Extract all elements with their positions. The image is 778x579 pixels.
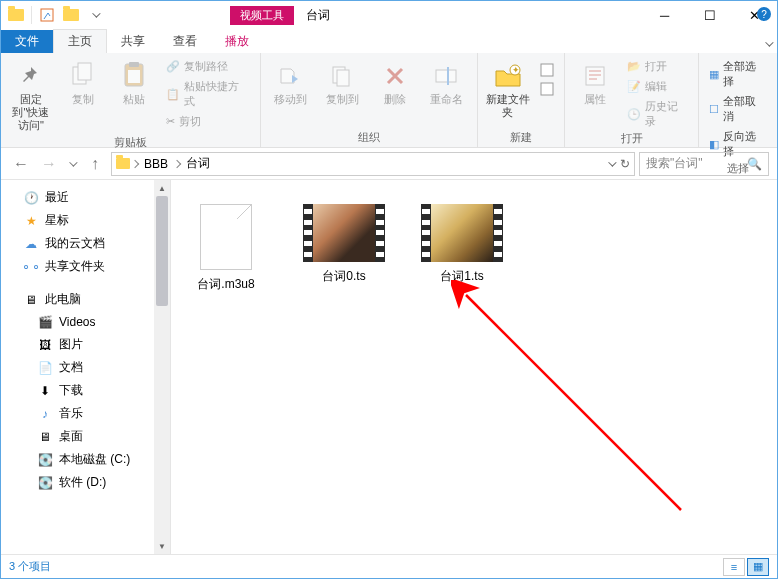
move-to-button[interactable]: 移动到 bbox=[267, 57, 315, 108]
ribbon-expand-icon[interactable] bbox=[765, 33, 771, 51]
ribbon-group-select: ▦全部选择 ☐全部取消 ◧反向选择 选择 bbox=[699, 53, 777, 147]
ribbon-group-open: 属性 📂打开 📝编辑 🕒历史记录 打开 bbox=[565, 53, 699, 147]
tree-desktop[interactable]: 🖥桌面 bbox=[1, 425, 170, 448]
details-view-button[interactable]: ≡ bbox=[723, 558, 745, 576]
new-item-button[interactable] bbox=[536, 61, 558, 79]
paste-shortcut-label: 粘贴快捷方式 bbox=[184, 79, 250, 109]
qat-properties-icon[interactable] bbox=[36, 4, 58, 26]
tree-local-d[interactable]: 💽软件 (D:) bbox=[1, 471, 170, 494]
tree-pictures[interactable]: 🖼图片 bbox=[1, 333, 170, 356]
pc-icon: 🖥 bbox=[23, 292, 39, 308]
downloads-icon: ⬇ bbox=[37, 383, 53, 399]
app-icon[interactable] bbox=[5, 4, 27, 26]
copy-button[interactable]: 复制 bbox=[59, 57, 107, 108]
history-label: 历史记录 bbox=[645, 99, 689, 129]
star-icon: ★ bbox=[23, 213, 39, 229]
refresh-icon[interactable]: ↻ bbox=[620, 157, 630, 171]
recent-locations-button[interactable] bbox=[65, 152, 79, 176]
scroll-thumb[interactable] bbox=[156, 196, 168, 306]
copy-path-label: 复制路径 bbox=[184, 59, 228, 74]
edit-label: 编辑 bbox=[645, 79, 667, 94]
file-item[interactable]: 台词.m3u8 bbox=[181, 200, 271, 297]
cut-button[interactable]: ✂剪切 bbox=[162, 112, 254, 131]
easy-access-button[interactable] bbox=[536, 80, 558, 98]
tab-share[interactable]: 共享 bbox=[107, 30, 159, 53]
quick-access-toolbar bbox=[1, 4, 110, 26]
organize-group-label: 组织 bbox=[267, 130, 471, 147]
breadcrumb-item[interactable]: 台词 bbox=[182, 155, 214, 172]
pin-icon bbox=[18, 59, 44, 93]
cut-label: 剪切 bbox=[179, 114, 201, 129]
open-group-label: 打开 bbox=[571, 131, 692, 148]
pin-quick-access-button[interactable]: 固定到"快速访问" bbox=[7, 57, 55, 135]
new-folder-icon: ✦ bbox=[493, 59, 523, 93]
scroll-down-icon[interactable]: ▼ bbox=[154, 538, 170, 554]
new-item-icon bbox=[540, 63, 554, 77]
svg-rect-9 bbox=[447, 67, 449, 85]
new-group-label: 新建 bbox=[484, 130, 558, 147]
delete-button[interactable]: 删除 bbox=[371, 57, 419, 108]
paste-icon bbox=[122, 59, 146, 93]
tree-recent[interactable]: 🕐最近 bbox=[1, 186, 170, 209]
new-folder-label: 新建文件夹 bbox=[486, 93, 530, 119]
scroll-up-icon[interactable]: ▲ bbox=[154, 180, 170, 196]
pictures-icon: 🖼 bbox=[37, 337, 53, 353]
tree-videos[interactable]: 🎬Videos bbox=[1, 311, 170, 333]
open-button[interactable]: 📂打开 bbox=[623, 57, 693, 76]
history-button[interactable]: 🕒历史记录 bbox=[623, 97, 693, 131]
qat-new-folder-icon[interactable] bbox=[60, 4, 82, 26]
file-thumbnail bbox=[200, 204, 252, 270]
copy-to-icon bbox=[330, 59, 356, 93]
up-button[interactable]: ↑ bbox=[83, 152, 107, 176]
qat-dropdown-icon[interactable] bbox=[84, 4, 106, 26]
copy-path-button[interactable]: 🔗复制路径 bbox=[162, 57, 254, 76]
paste-button[interactable]: 粘贴 bbox=[111, 57, 159, 108]
paste-label: 粘贴 bbox=[123, 93, 145, 106]
properties-button[interactable]: 属性 bbox=[571, 57, 619, 108]
move-to-icon bbox=[278, 59, 304, 93]
back-button[interactable]: ← bbox=[9, 152, 33, 176]
minimize-button[interactable]: ─ bbox=[642, 1, 687, 29]
tree-cloud-docs[interactable]: ☁我的云文档 bbox=[1, 232, 170, 255]
paste-shortcut-button[interactable]: 📋粘贴快捷方式 bbox=[162, 77, 254, 111]
tree-label: 最近 bbox=[45, 189, 69, 206]
tree-local-c[interactable]: 💽本地磁盘 (C:) bbox=[1, 448, 170, 471]
tab-file[interactable]: 文件 bbox=[1, 30, 53, 53]
tree-shared[interactable]: ⚬⚬共享文件夹 bbox=[1, 255, 170, 278]
tree-documents[interactable]: 📄文档 bbox=[1, 356, 170, 379]
ribbon: 固定到"快速访问" 复制 粘贴 🔗复制路径 📋粘贴快捷方式 ✂剪切 剪贴板 移动… bbox=[1, 53, 777, 148]
copy-to-button[interactable]: 复制到 bbox=[319, 57, 367, 108]
file-item[interactable]: 台词1.ts bbox=[417, 200, 507, 289]
sidebar-scrollbar[interactable]: ▲ ▼ bbox=[154, 180, 170, 554]
tree-label: 下载 bbox=[59, 382, 83, 399]
edit-button[interactable]: 📝编辑 bbox=[623, 77, 693, 96]
select-none-button[interactable]: ☐全部取消 bbox=[705, 92, 771, 126]
breadcrumb-separator bbox=[173, 159, 181, 167]
file-item[interactable]: 台词0.ts bbox=[299, 200, 389, 289]
clipboard-group-label: 剪贴板 bbox=[7, 135, 254, 152]
share-icon: ⚬⚬ bbox=[23, 259, 39, 275]
tree-downloads[interactable]: ⬇下载 bbox=[1, 379, 170, 402]
help-icon[interactable]: ? bbox=[757, 7, 771, 21]
breadcrumb-item[interactable]: BBB bbox=[140, 157, 172, 171]
select-all-button[interactable]: ▦全部选择 bbox=[705, 57, 771, 91]
tree-starred[interactable]: ★星标 bbox=[1, 209, 170, 232]
file-thumbnail bbox=[421, 204, 503, 262]
file-list-pane[interactable]: 台词.m3u8 台词0.ts 台词1.ts bbox=[171, 180, 777, 554]
search-box[interactable]: 搜索"台词" 🔍 bbox=[639, 152, 769, 176]
icons-view-button[interactable]: ▦ bbox=[747, 558, 769, 576]
maximize-button[interactable]: ☐ bbox=[687, 1, 732, 29]
forward-button[interactable]: → bbox=[37, 152, 61, 176]
tab-view[interactable]: 查看 bbox=[159, 30, 211, 53]
new-folder-button[interactable]: ✦ 新建文件夹 bbox=[484, 57, 532, 121]
tab-play[interactable]: 播放 bbox=[211, 30, 263, 53]
tab-home[interactable]: 主页 bbox=[53, 29, 107, 53]
tree-this-pc[interactable]: 🖥此电脑 bbox=[1, 288, 170, 311]
tree-label: 桌面 bbox=[59, 428, 83, 445]
address-bar[interactable]: BBB 台词 ↻ bbox=[111, 152, 635, 176]
rename-button[interactable]: 重命名 bbox=[423, 57, 471, 108]
svg-rect-14 bbox=[586, 67, 604, 85]
address-dropdown-icon[interactable] bbox=[608, 158, 616, 166]
history-icon: 🕒 bbox=[627, 108, 641, 121]
tree-music[interactable]: ♪音乐 bbox=[1, 402, 170, 425]
